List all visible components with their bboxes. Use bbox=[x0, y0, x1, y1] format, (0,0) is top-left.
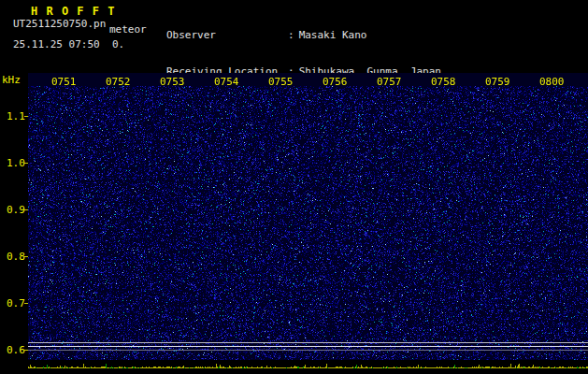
output-filename: UT2511250750.pn bbox=[13, 18, 106, 30]
x-tick-label: 0757 bbox=[377, 76, 402, 88]
carrier-line bbox=[28, 350, 588, 351]
carrier-line bbox=[28, 346, 588, 347]
info-label: Observer bbox=[166, 29, 288, 41]
x-tick-label: 0759 bbox=[485, 76, 510, 88]
x-tick-label: 0753 bbox=[160, 76, 185, 88]
x-tick-label: 0754 bbox=[214, 76, 239, 88]
spectrogram-plot: 0751 0752 0753 0754 0755 0756 0757 0758 … bbox=[28, 73, 588, 360]
info-sep: : bbox=[288, 29, 294, 41]
x-tick-label: 0756 bbox=[323, 76, 348, 88]
x-tick-label: 0755 bbox=[268, 76, 294, 88]
carrier-line bbox=[28, 342, 588, 343]
info-row: Observer:Masaki Kano bbox=[166, 29, 491, 41]
hrofft-screen: H R O F F T UT2511250750.pn meteor 25.11… bbox=[0, 0, 588, 374]
level-trace-canvas bbox=[28, 360, 588, 374]
mode-label: meteor bbox=[109, 23, 147, 36]
x-tick-label: 0751 bbox=[51, 76, 77, 88]
x-tick-label: 0752 bbox=[106, 76, 131, 88]
x-tick-label: 0758 bbox=[431, 76, 456, 88]
app-title: H R O F F T bbox=[31, 5, 115, 18]
info-value: Masaki Kano bbox=[294, 29, 367, 41]
x-tick-label: 0800 bbox=[539, 76, 565, 88]
spectrogram-canvas bbox=[28, 73, 588, 360]
y-axis-unit: kHz bbox=[2, 74, 21, 86]
timestamp: 25.11.25 07:50 0. bbox=[13, 38, 124, 50]
